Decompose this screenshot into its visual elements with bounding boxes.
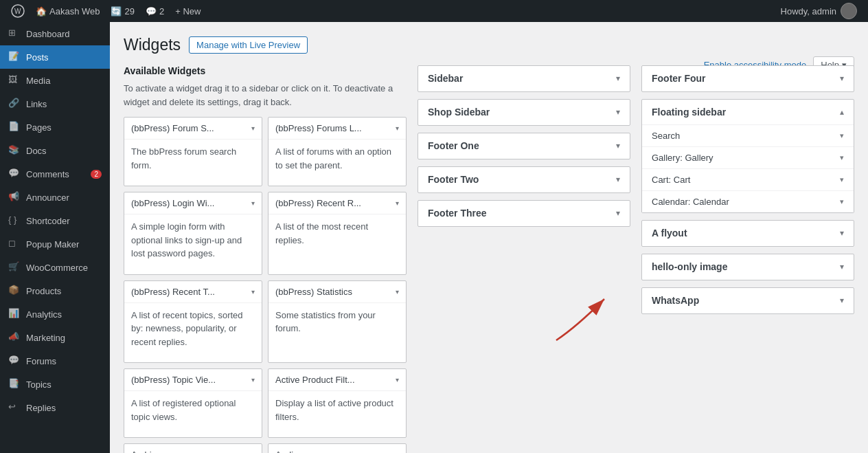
widget-header-w6[interactable]: (bbPress) Statistics ▾ bbox=[269, 281, 406, 303]
sidebar-area-header-floating-sidebar[interactable]: Floating sidebar ▴ bbox=[642, 100, 854, 125]
widget-desc-w6: Some statistics from your forum. bbox=[275, 309, 399, 335]
chevron-icon-footer-two: ▾ bbox=[616, 175, 620, 184]
sub-widget-2[interactable]: Cart: Cart ▾ bbox=[642, 169, 854, 191]
sidebar-area-header-sidebar[interactable]: Sidebar ▾ bbox=[418, 66, 630, 91]
admin-sidebar: ⊞ Dashboard 📝 Posts 🖼 Media 🔗 Links 📄 Pa… bbox=[0, 22, 110, 453]
widget-header-w8[interactable]: Active Product Filt... ▾ bbox=[269, 369, 406, 391]
sidebar-item-comments[interactable]: 💬 Comments 2 bbox=[0, 162, 110, 186]
widget-item-w7: (bbPress) Topic Vie... ▾ A list of regis… bbox=[124, 368, 262, 438]
sidebar-area-title-sidebar: Sidebar bbox=[428, 73, 463, 84]
sidebar-item-pages[interactable]: 📄 Pages bbox=[0, 115, 110, 139]
widget-title-w10: Audio bbox=[275, 450, 298, 453]
sidebar-item-links[interactable]: 🔗 Links bbox=[0, 92, 110, 115]
menu-icon-comments: 💬 bbox=[8, 168, 21, 180]
sidebar-area-header-shop-sidebar[interactable]: Shop Sidebar ▾ bbox=[418, 100, 630, 125]
sidebar-item-woocommerce[interactable]: 🛒 WooCommerce bbox=[0, 256, 110, 279]
chevron-down-icon-w5: ▾ bbox=[251, 288, 255, 296]
sidebar-item-replies[interactable]: ↩ Replies bbox=[0, 396, 110, 419]
menu-icon-shortcoder: { } bbox=[8, 214, 21, 227]
widget-desc-w8: Display a list of active product filters… bbox=[275, 397, 399, 423]
sidebar-area-header-footer-two[interactable]: Footer Two ▾ bbox=[418, 167, 630, 192]
widget-item-w2: (bbPress) Forums L... ▾ A list of forums… bbox=[268, 117, 407, 186]
widget-header-w3[interactable]: (bbPress) Login Wi... ▾ bbox=[124, 192, 262, 214]
sidebar-area-header-footer-four[interactable]: Footer Four ▾ bbox=[642, 66, 854, 91]
widget-title-w2: (bbPress) Forums L... bbox=[275, 123, 362, 133]
sub-widget-3[interactable]: Calendar: Calendar ▾ bbox=[642, 191, 854, 212]
sidebar-item-posts[interactable]: 📝 Posts bbox=[0, 45, 110, 69]
available-widgets-panel: Available Widgets To activate a widget d… bbox=[124, 65, 407, 453]
sidebar-area-header-a-flyout[interactable]: A flyout ▾ bbox=[642, 221, 854, 246]
widget-item-w8: Active Product Filt... ▾ Display a list … bbox=[268, 368, 407, 438]
widget-header-w4[interactable]: (bbPress) Recent R... ▾ bbox=[269, 192, 406, 214]
sidebar-area-footer-three: Footer Three ▾ bbox=[418, 200, 630, 227]
sidebar-area-floating-sidebar: Floating sidebar ▴ Search ▾ Gallery: Gal… bbox=[641, 99, 854, 213]
chevron-icon-hello-only-image: ▾ bbox=[840, 262, 844, 272]
chevron-icon-footer-three: ▾ bbox=[616, 208, 620, 218]
svg-text:W: W bbox=[14, 8, 21, 15]
new-content-button[interactable]: + New bbox=[170, 0, 206, 22]
sidebar-area-header-footer-one[interactable]: Footer One ▾ bbox=[418, 133, 630, 159]
menu-icon-forums: 💬 bbox=[8, 355, 21, 367]
sidebar-item-popup-maker[interactable]: ◻ Popup Maker bbox=[0, 232, 110, 256]
widget-title-w5: (bbPress) Recent T... bbox=[131, 287, 215, 297]
sidebar-item-docs[interactable]: 📚 Docs bbox=[0, 139, 110, 162]
avatar bbox=[841, 3, 857, 19]
chevron-icon-sidebar: ▾ bbox=[616, 74, 620, 83]
sub-widget-title-2: Cart: Cart bbox=[652, 175, 690, 185]
sidebar-area-header-footer-three[interactable]: Footer Three ▾ bbox=[418, 201, 630, 226]
sidebar-item-announcer[interactable]: 📢 Announcer bbox=[0, 186, 110, 209]
sidebar-item-media[interactable]: 🖼 Media bbox=[0, 69, 110, 92]
sub-widget-1[interactable]: Gallery: Gallery ▾ bbox=[642, 147, 854, 169]
sidebar-area-header-whatsapp[interactable]: WhatsApp ▾ bbox=[642, 288, 854, 313]
menu-label-pages: Pages bbox=[26, 122, 52, 133]
chevron-down-icon-w7: ▾ bbox=[251, 376, 255, 384]
sub-widget-title-3: Calendar: Calendar bbox=[652, 197, 729, 207]
menu-icon-replies: ↩ bbox=[8, 401, 21, 414]
arrow-annotation bbox=[549, 292, 618, 347]
widget-header-w7[interactable]: (bbPress) Topic Vie... ▾ bbox=[124, 369, 262, 391]
sidebar-area-title-floating-sidebar: Floating sidebar bbox=[652, 107, 726, 118]
chevron-icon-a-flyout: ▾ bbox=[840, 228, 844, 238]
menu-label-posts: Posts bbox=[26, 52, 49, 63]
menu-icon-products: 📦 bbox=[8, 285, 21, 297]
chevron-down-icon-w6: ▾ bbox=[396, 288, 399, 296]
menu-label-products: Products bbox=[26, 286, 61, 296]
widget-desc-w3: A simple login form with optional links … bbox=[131, 220, 255, 261]
widget-header-w2[interactable]: (bbPress) Forums L... ▾ bbox=[269, 118, 406, 140]
comments-button[interactable]: 💬 2 bbox=[140, 0, 170, 22]
widget-header-w1[interactable]: (bbPress) Forum S... ▾ bbox=[124, 118, 262, 140]
sidebar-item-dashboard[interactable]: ⊞ Dashboard bbox=[0, 22, 110, 45]
sidebar-area-title-footer-three: Footer Three bbox=[428, 208, 487, 219]
widget-title-w8: Active Product Filt... bbox=[275, 375, 355, 385]
sidebar-item-topics[interactable]: 📑 Topics bbox=[0, 373, 110, 396]
widget-header-w10[interactable]: Audio ▾ bbox=[269, 444, 406, 453]
widget-title-w6: (bbPress) Statistics bbox=[275, 287, 352, 297]
sidebar-item-shortcoder[interactable]: { } Shortcoder bbox=[0, 209, 110, 232]
widget-item-w4: (bbPress) Recent R... ▾ A list of the mo… bbox=[268, 192, 407, 275]
widget-header-w5[interactable]: (bbPress) Recent T... ▾ bbox=[124, 281, 262, 303]
wp-logo-button[interactable]: W bbox=[5, 0, 30, 22]
widget-header-w9[interactable]: Archives ▾ bbox=[124, 444, 262, 453]
sidebar-item-marketing[interactable]: 📣 Marketing bbox=[0, 326, 110, 349]
chevron-icon-footer-four: ▾ bbox=[840, 74, 844, 83]
menu-icon-woocommerce: 🛒 bbox=[8, 261, 21, 274]
updates-button[interactable]: 🔄 29 bbox=[105, 0, 139, 22]
sidebar-item-analytics[interactable]: 📊 Analytics bbox=[0, 302, 110, 326]
menu-label-marketing: Marketing bbox=[26, 333, 65, 343]
chevron-down-icon: ▾ bbox=[840, 131, 844, 140]
sidebar-area-whatsapp: WhatsApp ▾ bbox=[641, 287, 854, 314]
widget-desc-w5: A list of recent topics, sorted by: newn… bbox=[131, 309, 255, 349]
site-name-button[interactable]: 🏠 Aakash Web bbox=[30, 0, 105, 22]
sidebar-item-products[interactable]: 📦 Products bbox=[0, 279, 110, 302]
chevron-down-icon: ▾ bbox=[840, 175, 844, 184]
live-preview-button[interactable]: Manage with Live Preview bbox=[189, 36, 308, 54]
chevron-down-icon: ▾ bbox=[840, 197, 844, 206]
widget-title-w1: (bbPress) Forum S... bbox=[131, 123, 214, 133]
sidebar-item-forums[interactable]: 💬 Forums bbox=[0, 349, 110, 373]
widget-desc-w2: A list of forums with an option to set t… bbox=[275, 145, 399, 172]
sub-widget-0[interactable]: Search ▾ bbox=[642, 125, 854, 147]
sidebar-area-header-hello-only-image[interactable]: hello-only image ▾ bbox=[642, 254, 854, 280]
menu-icon-popup-maker: ◻ bbox=[8, 238, 21, 250]
menu-icon-links: 🔗 bbox=[8, 98, 21, 110]
widget-item-w5: (bbPress) Recent T... ▾ A list of recent… bbox=[124, 280, 262, 364]
